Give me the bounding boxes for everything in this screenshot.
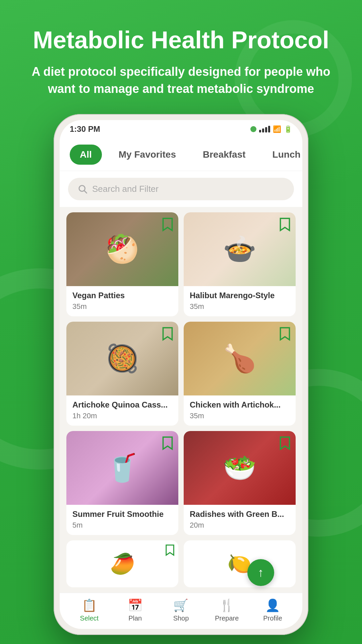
recipe-time-5: 5m bbox=[72, 521, 172, 530]
status-time: 1:30 PM bbox=[70, 124, 100, 134]
nav-profile-label: Profile bbox=[263, 614, 282, 622]
nav-prepare-label: Prepare bbox=[215, 614, 239, 622]
bookmark-icon-6[interactable] bbox=[279, 436, 291, 450]
nav-shop-label: Shop bbox=[173, 614, 189, 622]
recipe-card-1[interactable]: 🥙 Vegan Patties 35m bbox=[66, 212, 178, 316]
nav-plan-label: Plan bbox=[128, 614, 142, 622]
status-indicator bbox=[250, 126, 256, 132]
tab-all[interactable]: All bbox=[70, 145, 102, 165]
tab-lunch[interactable]: Lunch bbox=[262, 145, 302, 165]
bookmark-icon-1[interactable] bbox=[162, 217, 174, 232]
recipe-info-2: Halibut Marengo-Style 35m bbox=[184, 286, 296, 316]
bookmark-icon-4[interactable] bbox=[279, 326, 291, 341]
recipe-image-5: 🥤 bbox=[66, 431, 178, 505]
recipe-card-3[interactable]: 🥘 Artichoke Quinoa Cass... 1h 20m bbox=[66, 322, 178, 426]
recipe-time-3: 1h 20m bbox=[72, 412, 172, 420]
nav-profile[interactable]: 👤 Profile bbox=[258, 598, 288, 622]
nav-select[interactable]: 📋 Select bbox=[74, 598, 104, 622]
search-icon bbox=[77, 184, 87, 194]
bottom-nav: 📋 Select 📅 Plan 🛒 Shop 🍴 Prepare bbox=[60, 593, 302, 629]
recipe-name-3: Artichoke Quinoa Cass... bbox=[72, 400, 172, 410]
signal-bars bbox=[259, 126, 270, 132]
svg-line-1 bbox=[84, 191, 87, 193]
search-container: Search and Filter bbox=[60, 171, 302, 207]
recipe-card-2[interactable]: 🍲 Halibut Marengo-Style 35m bbox=[184, 212, 296, 316]
nav-prepare[interactable]: 🍴 Prepare bbox=[212, 598, 242, 622]
recipe-card-5[interactable]: 🥤 Summer Fruit Smoothie 5m bbox=[66, 431, 178, 535]
recipe-time-2: 35m bbox=[190, 302, 290, 311]
phone-outer-shell: 1:30 PM 📶 🔋 All bbox=[54, 114, 308, 635]
scroll-to-top-fab[interactable]: ↑ bbox=[247, 559, 274, 586]
nav-select-label: Select bbox=[80, 614, 99, 622]
recipe-name-2: Halibut Marengo-Style bbox=[190, 291, 290, 300]
tab-bar: All My Favorites Breakfast Lunch bbox=[60, 139, 302, 171]
scroll-up-icon: ↑ bbox=[258, 566, 264, 580]
bookmark-icon-2[interactable] bbox=[279, 217, 291, 232]
status-bar: 1:30 PM 📶 🔋 bbox=[60, 120, 302, 139]
bookmark-icon-5[interactable] bbox=[162, 436, 174, 450]
page-title: Metabolic Health Protocol bbox=[27, 27, 335, 53]
recipe-name-6: Radishes with Green B... bbox=[190, 509, 290, 519]
recipe-name-1: Vegan Patties bbox=[72, 291, 172, 300]
recipe-image-3: 🥘 bbox=[66, 322, 178, 395]
recipe-card-4[interactable]: 🍗 Chicken with Artichok... 35m bbox=[184, 322, 296, 426]
recipe-image-6: 🥗 bbox=[184, 431, 296, 505]
recipe-time-6: 20m bbox=[190, 521, 290, 530]
wifi-icon: 📶 bbox=[273, 125, 281, 133]
recipe-grid: 🥙 Vegan Patties 35m bbox=[60, 207, 302, 540]
phone-inner: 1:30 PM 📶 🔋 All bbox=[60, 120, 302, 629]
profile-icon: 👤 bbox=[265, 598, 280, 612]
recipe-time-1: 35m bbox=[72, 302, 172, 311]
battery-icon: 🔋 bbox=[284, 125, 292, 133]
nav-shop[interactable]: 🛒 Shop bbox=[166, 598, 196, 622]
recipe-image-2: 🍲 bbox=[184, 212, 296, 286]
status-icons: 📶 🔋 bbox=[250, 125, 292, 133]
recipe-info-6: Radishes with Green B... 20m bbox=[184, 505, 296, 535]
recipe-time-4: 35m bbox=[190, 412, 290, 420]
partial-card-1[interactable]: 🥭 bbox=[66, 540, 178, 587]
nav-plan[interactable]: 📅 Plan bbox=[120, 598, 150, 622]
recipe-info-1: Vegan Patties 35m bbox=[66, 286, 178, 316]
search-bar[interactable]: Search and Filter bbox=[68, 178, 294, 200]
page-header: Metabolic Health Protocol A diet protoco… bbox=[0, 0, 362, 107]
bookmark-icon-7[interactable] bbox=[165, 544, 175, 556]
recipe-card-6[interactable]: 🥗 Radishes with Green B... 20m bbox=[184, 431, 296, 535]
recipe-info-5: Summer Fruit Smoothie 5m bbox=[66, 505, 178, 535]
partial-card-2[interactable]: 🍋 bbox=[184, 540, 296, 587]
page-subtitle: A diet protocol specifically designed fo… bbox=[27, 63, 335, 97]
recipe-image-4: 🍗 bbox=[184, 322, 296, 395]
recipe-info-4: Chicken with Artichok... 35m bbox=[184, 395, 296, 426]
recipe-image-1: 🥙 bbox=[66, 212, 178, 286]
recipe-name-5: Summer Fruit Smoothie bbox=[72, 509, 172, 519]
recipe-name-4: Chicken with Artichok... bbox=[190, 400, 290, 410]
recipe-info-3: Artichoke Quinoa Cass... 1h 20m bbox=[66, 395, 178, 426]
partial-visual-2: 🍋 bbox=[184, 540, 296, 587]
plan-icon: 📅 bbox=[128, 598, 143, 612]
app-content: All My Favorites Breakfast Lunch Search … bbox=[60, 139, 302, 629]
prepare-icon: 🍴 bbox=[219, 598, 234, 612]
tab-my-favorites[interactable]: My Favorites bbox=[109, 145, 186, 165]
search-placeholder-text: Search and Filter bbox=[92, 184, 159, 194]
partial-visual-1: 🥭 bbox=[66, 540, 178, 587]
bookmark-icon-3[interactable] bbox=[162, 326, 174, 341]
phone-mockup: 1:30 PM 📶 🔋 All bbox=[54, 114, 308, 635]
tab-breakfast[interactable]: Breakfast bbox=[193, 145, 256, 165]
select-icon: 📋 bbox=[82, 598, 97, 612]
shop-icon: 🛒 bbox=[173, 598, 188, 612]
